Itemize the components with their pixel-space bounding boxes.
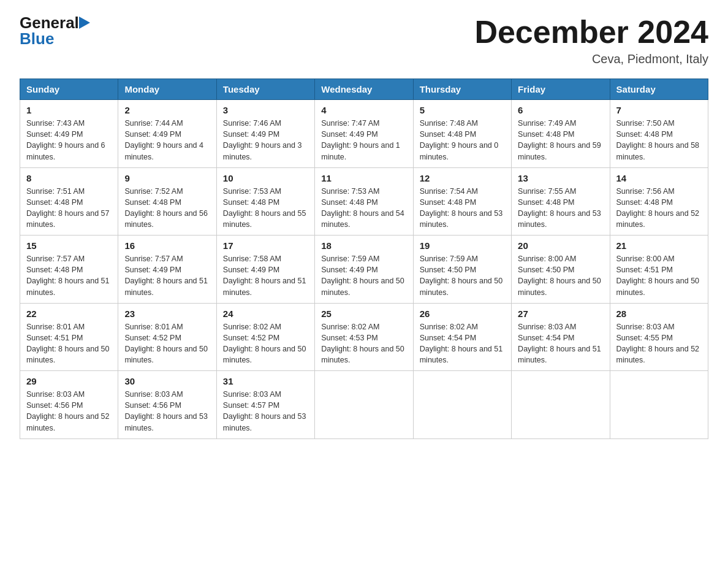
day-number: 2 xyxy=(124,105,210,115)
day-cell-2: 2Sunrise: 7:44 AMSunset: 4:49 PMDaylight… xyxy=(118,100,216,168)
day-info: Sunrise: 7:56 AMSunset: 4:48 PMDaylight:… xyxy=(616,186,702,231)
day-number: 26 xyxy=(420,308,505,319)
day-info: Sunrise: 7:58 AMSunset: 4:49 PMDaylight:… xyxy=(223,253,308,298)
calendar-body: 1Sunrise: 7:43 AMSunset: 4:49 PMDaylight… xyxy=(20,100,708,439)
day-cell-12: 12Sunrise: 7:54 AMSunset: 4:48 PMDayligh… xyxy=(413,167,511,236)
day-number: 9 xyxy=(124,173,210,183)
day-cell-21: 21Sunrise: 8:00 AMSunset: 4:51 PMDayligh… xyxy=(610,236,708,304)
day-info: Sunrise: 7:52 AMSunset: 4:48 PMDaylight:… xyxy=(124,186,210,231)
week-row-4: 22Sunrise: 8:01 AMSunset: 4:51 PMDayligh… xyxy=(20,303,708,371)
day-cell-7: 7Sunrise: 7:50 AMSunset: 4:48 PMDaylight… xyxy=(610,100,708,168)
day-number: 21 xyxy=(616,240,702,251)
day-number: 7 xyxy=(616,105,702,115)
day-number: 16 xyxy=(124,240,210,251)
day-number: 29 xyxy=(26,376,112,386)
day-number: 12 xyxy=(420,173,505,183)
empty-cell xyxy=(413,371,511,439)
day-number: 14 xyxy=(616,173,702,183)
day-cell-18: 18Sunrise: 7:59 AMSunset: 4:49 PMDayligh… xyxy=(315,236,413,304)
day-number: 27 xyxy=(518,308,603,319)
day-info: Sunrise: 8:01 AMSunset: 4:51 PMDaylight:… xyxy=(26,321,112,366)
day-cell-15: 15Sunrise: 7:57 AMSunset: 4:48 PMDayligh… xyxy=(20,236,118,304)
day-info: Sunrise: 8:03 AMSunset: 4:55 PMDaylight:… xyxy=(616,321,702,366)
day-cell-25: 25Sunrise: 8:02 AMSunset: 4:53 PMDayligh… xyxy=(315,303,413,371)
day-info: Sunrise: 7:59 AMSunset: 4:49 PMDaylight:… xyxy=(321,253,406,298)
day-number: 18 xyxy=(321,240,406,251)
calendar-header: SundayMondayTuesdayWednesdayThursdayFrid… xyxy=(20,79,708,100)
day-info: Sunrise: 7:46 AMSunset: 4:49 PMDaylight:… xyxy=(223,118,308,163)
day-info: Sunrise: 8:00 AMSunset: 4:51 PMDaylight:… xyxy=(616,253,702,298)
header-saturday: Saturday xyxy=(610,79,708,100)
title-area: December 2024 Ceva, Piedmont, Italy xyxy=(474,15,708,66)
week-row-2: 8Sunrise: 7:51 AMSunset: 4:48 PMDaylight… xyxy=(20,167,708,236)
day-number: 20 xyxy=(518,240,603,251)
svg-marker-0 xyxy=(79,17,90,29)
day-info: Sunrise: 8:02 AMSunset: 4:53 PMDaylight:… xyxy=(321,321,406,366)
day-number: 24 xyxy=(223,308,308,319)
month-title: December 2024 xyxy=(474,15,708,50)
day-number: 1 xyxy=(26,105,112,115)
day-number: 31 xyxy=(223,376,308,386)
day-number: 23 xyxy=(124,308,210,319)
page-header: General Blue December 2024 Ceva, Piedmon… xyxy=(20,15,708,66)
day-number: 10 xyxy=(223,173,308,183)
header-friday: Friday xyxy=(512,79,610,100)
header-wednesday: Wednesday xyxy=(315,79,413,100)
day-info: Sunrise: 7:47 AMSunset: 4:49 PMDaylight:… xyxy=(321,118,406,163)
day-cell-6: 6Sunrise: 7:49 AMSunset: 4:48 PMDaylight… xyxy=(512,100,610,168)
day-info: Sunrise: 7:44 AMSunset: 4:49 PMDaylight:… xyxy=(124,118,210,163)
day-info: Sunrise: 7:43 AMSunset: 4:49 PMDaylight:… xyxy=(26,118,112,163)
day-cell-23: 23Sunrise: 8:01 AMSunset: 4:52 PMDayligh… xyxy=(118,303,216,371)
day-info: Sunrise: 7:59 AMSunset: 4:50 PMDaylight:… xyxy=(420,253,505,298)
day-number: 5 xyxy=(420,105,505,115)
day-cell-27: 27Sunrise: 8:03 AMSunset: 4:54 PMDayligh… xyxy=(512,303,610,371)
day-info: Sunrise: 7:49 AMSunset: 4:48 PMDaylight:… xyxy=(518,118,603,163)
day-number: 30 xyxy=(124,376,210,386)
day-cell-13: 13Sunrise: 7:55 AMSunset: 4:48 PMDayligh… xyxy=(512,167,610,236)
day-number: 28 xyxy=(616,308,702,319)
header-sunday: Sunday xyxy=(20,79,118,100)
day-cell-11: 11Sunrise: 7:53 AMSunset: 4:48 PMDayligh… xyxy=(315,167,413,236)
day-cell-30: 30Sunrise: 8:03 AMSunset: 4:56 PMDayligh… xyxy=(118,371,216,439)
day-number: 8 xyxy=(26,173,112,183)
day-info: Sunrise: 8:03 AMSunset: 4:57 PMDaylight:… xyxy=(223,389,308,434)
day-number: 19 xyxy=(420,240,505,251)
day-number: 15 xyxy=(26,240,112,251)
day-number: 11 xyxy=(321,173,406,183)
day-cell-8: 8Sunrise: 7:51 AMSunset: 4:48 PMDaylight… xyxy=(20,167,118,236)
logo: General Blue xyxy=(20,15,90,47)
week-row-3: 15Sunrise: 7:57 AMSunset: 4:48 PMDayligh… xyxy=(20,236,708,304)
day-cell-28: 28Sunrise: 8:03 AMSunset: 4:55 PMDayligh… xyxy=(610,303,708,371)
week-row-1: 1Sunrise: 7:43 AMSunset: 4:49 PMDaylight… xyxy=(20,100,708,168)
day-info: Sunrise: 8:03 AMSunset: 4:54 PMDaylight:… xyxy=(518,321,603,366)
day-cell-4: 4Sunrise: 7:47 AMSunset: 4:49 PMDaylight… xyxy=(315,100,413,168)
day-info: Sunrise: 8:03 AMSunset: 4:56 PMDaylight:… xyxy=(124,389,210,434)
day-info: Sunrise: 7:57 AMSunset: 4:48 PMDaylight:… xyxy=(26,253,112,298)
day-number: 22 xyxy=(26,308,112,319)
day-cell-31: 31Sunrise: 8:03 AMSunset: 4:57 PMDayligh… xyxy=(216,371,314,439)
day-info: Sunrise: 7:53 AMSunset: 4:48 PMDaylight:… xyxy=(223,186,308,231)
day-number: 13 xyxy=(518,173,603,183)
day-cell-1: 1Sunrise: 7:43 AMSunset: 4:49 PMDaylight… xyxy=(20,100,118,168)
day-number: 25 xyxy=(321,308,406,319)
day-cell-10: 10Sunrise: 7:53 AMSunset: 4:48 PMDayligh… xyxy=(216,167,314,236)
day-info: Sunrise: 8:00 AMSunset: 4:50 PMDaylight:… xyxy=(518,253,603,298)
day-cell-24: 24Sunrise: 8:02 AMSunset: 4:52 PMDayligh… xyxy=(216,303,314,371)
day-number: 6 xyxy=(518,105,603,115)
header-tuesday: Tuesday xyxy=(216,79,314,100)
day-info: Sunrise: 7:53 AMSunset: 4:48 PMDaylight:… xyxy=(321,186,406,231)
day-info: Sunrise: 8:02 AMSunset: 4:54 PMDaylight:… xyxy=(420,321,505,366)
day-info: Sunrise: 7:57 AMSunset: 4:49 PMDaylight:… xyxy=(124,253,210,298)
header-thursday: Thursday xyxy=(413,79,511,100)
empty-cell xyxy=(610,371,708,439)
day-cell-26: 26Sunrise: 8:02 AMSunset: 4:54 PMDayligh… xyxy=(413,303,511,371)
day-info: Sunrise: 7:54 AMSunset: 4:48 PMDaylight:… xyxy=(420,186,505,231)
day-number: 3 xyxy=(223,105,308,115)
day-cell-14: 14Sunrise: 7:56 AMSunset: 4:48 PMDayligh… xyxy=(610,167,708,236)
day-cell-17: 17Sunrise: 7:58 AMSunset: 4:49 PMDayligh… xyxy=(216,236,314,304)
day-info: Sunrise: 7:50 AMSunset: 4:48 PMDaylight:… xyxy=(616,118,702,163)
day-cell-16: 16Sunrise: 7:57 AMSunset: 4:49 PMDayligh… xyxy=(118,236,216,304)
day-info: Sunrise: 8:01 AMSunset: 4:52 PMDaylight:… xyxy=(124,321,210,366)
day-cell-19: 19Sunrise: 7:59 AMSunset: 4:50 PMDayligh… xyxy=(413,236,511,304)
empty-cell xyxy=(315,371,413,439)
